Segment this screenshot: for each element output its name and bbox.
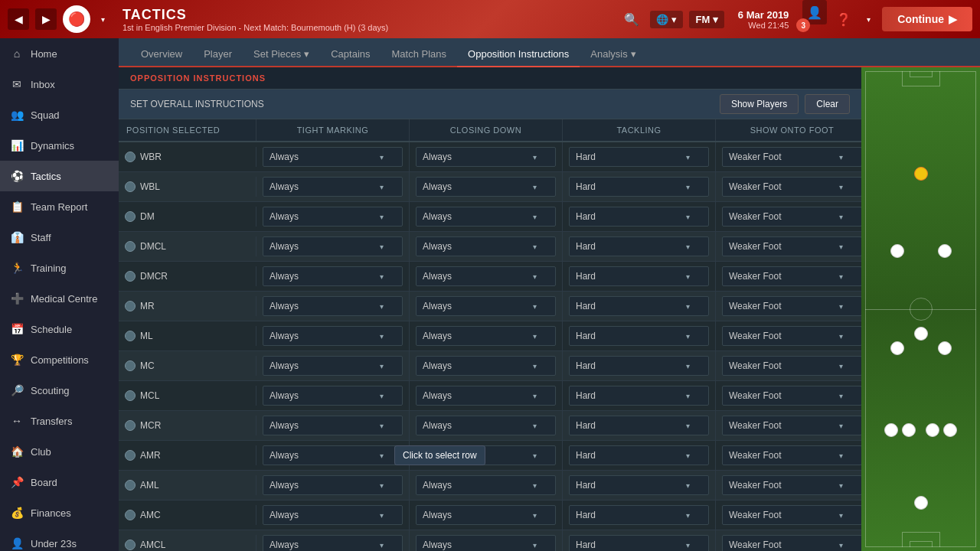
tackling-cell[interactable]: Hard ▾	[563, 381, 716, 410]
player-token[interactable]	[914, 327, 928, 341]
sidebar-item-schedule[interactable]: 📅 Schedule	[0, 314, 119, 344]
table-row[interactable]: DMCL Always ▾ Always ▾ Hard ▾	[119, 232, 861, 262]
foot-select[interactable]: Weaker Foot ▾	[722, 505, 861, 525]
tight-marking-cell[interactable]: Always ▾	[256, 441, 410, 470]
tight-marking-select[interactable]: Always ▾	[263, 356, 403, 376]
closing-down-cell[interactable]: Always ▾	[410, 292, 563, 321]
nav-forward-button[interactable]: ▶	[35, 8, 57, 30]
tight-marking-cell[interactable]: Always ▾	[256, 202, 410, 231]
player-token[interactable]	[914, 496, 928, 510]
player-token[interactable]	[884, 423, 898, 437]
tight-marking-cell[interactable]: Always ▾	[256, 292, 410, 321]
foot-cell[interactable]: Weaker Foot ▾	[716, 232, 861, 261]
sidebar-item-club[interactable]: 🏠 Club	[0, 436, 119, 467]
player-token[interactable]	[914, 167, 928, 181]
tackling-select[interactable]: Hard ▾	[569, 147, 709, 167]
foot-select[interactable]: Weaker Foot ▾	[722, 207, 861, 227]
position-checkbox[interactable]	[125, 480, 136, 491]
position-checkbox[interactable]	[125, 241, 136, 252]
tab-player[interactable]: Player	[193, 42, 243, 67]
tackling-cell[interactable]: Hard ▾	[563, 411, 716, 440]
fm-menu-button[interactable]: FM ▾	[689, 11, 724, 28]
player-token[interactable]	[938, 341, 952, 355]
continue-button[interactable]: Continue ▶	[882, 7, 972, 31]
closing-down-cell[interactable]: Always ▾	[410, 381, 563, 410]
closing-down-select[interactable]: Always ▾	[416, 445, 556, 465]
closing-down-select[interactable]: Always ▾	[416, 416, 556, 435]
tackling-select[interactable]: Hard ▾	[569, 356, 709, 376]
table-row[interactable]: ML Always ▾ Always ▾ Hard ▾	[119, 321, 861, 351]
tight-marking-select[interactable]: Always ▾	[263, 147, 403, 167]
table-row[interactable]: AMCL Always ▾ Always ▾ Hard ▾	[119, 530, 861, 551]
foot-cell[interactable]: Weaker Foot ▾	[716, 321, 861, 350]
position-checkbox[interactable]	[125, 420, 136, 431]
tight-marking-cell[interactable]: Always ▾	[256, 232, 410, 261]
closing-down-cell[interactable]: Always ▾	[410, 441, 563, 470]
closing-down-cell[interactable]: Always ▾	[410, 262, 563, 291]
foot-select[interactable]: Weaker Foot ▾	[722, 445, 861, 465]
foot-select[interactable]: Weaker Foot ▾	[722, 386, 861, 406]
closing-down-cell[interactable]: Always ▾	[410, 321, 563, 350]
foot-cell[interactable]: Weaker Foot ▾	[716, 292, 861, 321]
tight-marking-cell[interactable]: Always ▾	[256, 351, 410, 380]
tackling-cell[interactable]: Hard ▾	[563, 232, 716, 261]
closing-down-select[interactable]: Always ▾	[416, 296, 556, 316]
tackling-select[interactable]: Hard ▾	[569, 445, 709, 465]
position-checkbox[interactable]	[125, 331, 136, 341]
closing-down-cell[interactable]: Always ▾	[410, 530, 563, 551]
tight-marking-select[interactable]: Always ▾	[263, 505, 403, 525]
show-players-button[interactable]: Show Players	[720, 94, 799, 114]
sidebar-item-staff[interactable]: 👔 Staff	[0, 222, 119, 253]
closing-down-select[interactable]: Always ▾	[416, 266, 556, 286]
team-dropdown-button[interactable]: ▾	[96, 13, 109, 25]
tight-marking-cell[interactable]: Always ▾	[256, 530, 410, 551]
sidebar-item-under23s[interactable]: 👤 Under 23s	[0, 528, 119, 551]
foot-select[interactable]: Weaker Foot ▾	[722, 475, 861, 495]
tab-overview[interactable]: Overview	[130, 42, 193, 67]
sidebar-item-training[interactable]: 🏃 Training	[0, 253, 119, 283]
closing-down-select[interactable]: Always ▾	[416, 505, 556, 525]
tackling-select[interactable]: Hard ▾	[569, 266, 709, 286]
tight-marking-select[interactable]: Always ▾	[263, 475, 403, 495]
tackling-cell[interactable]: Hard ▾	[563, 142, 716, 171]
foot-cell[interactable]: Weaker Foot ▾	[716, 530, 861, 551]
closing-down-select[interactable]: Always ▾	[416, 147, 556, 167]
tackling-cell[interactable]: Hard ▾	[563, 262, 716, 291]
tight-marking-select[interactable]: Always ▾	[263, 386, 403, 406]
clear-button[interactable]: Clear	[805, 94, 850, 114]
tackling-cell[interactable]: Hard ▾	[563, 202, 716, 231]
sidebar-item-tactics[interactable]: ⚽ Tactics	[0, 161, 119, 191]
tab-opposition-instructions[interactable]: Opposition Instructions	[457, 42, 580, 67]
position-checkbox[interactable]	[125, 301, 136, 311]
expand-button[interactable]: ▾	[861, 7, 876, 31]
tight-marking-select[interactable]: Always ▾	[263, 445, 403, 465]
closing-down-select[interactable]: Always ▾	[416, 177, 556, 197]
player-token[interactable]	[943, 423, 957, 437]
tight-marking-cell[interactable]: Always ▾	[256, 262, 410, 291]
player-token[interactable]	[938, 244, 952, 258]
tight-marking-cell[interactable]: Always ▾	[256, 500, 410, 530]
closing-down-select[interactable]: Always ▾	[416, 207, 556, 227]
tab-captains[interactable]: Captains	[320, 42, 381, 67]
tackling-cell[interactable]: Hard ▾	[563, 530, 716, 551]
foot-select[interactable]: Weaker Foot ▾	[722, 236, 861, 256]
language-button[interactable]: 🌐 ▾	[650, 11, 683, 28]
closing-down-select[interactable]: Always ▾	[416, 475, 556, 495]
position-checkbox[interactable]	[125, 390, 136, 401]
foot-select[interactable]: Weaker Foot ▾	[722, 356, 861, 376]
tight-marking-cell[interactable]: Always ▾	[256, 142, 410, 171]
table-row[interactable]: MCR Always ▾ Always ▾ Hard ▾	[119, 411, 861, 441]
tackling-select[interactable]: Hard ▾	[569, 386, 709, 406]
closing-down-cell[interactable]: Always ▾	[410, 232, 563, 261]
sidebar-item-team-report[interactable]: 📋 Team Report	[0, 191, 119, 222]
closing-down-select[interactable]: Always ▾	[416, 386, 556, 406]
help-button[interactable]: ❓	[831, 7, 856, 31]
foot-select[interactable]: Weaker Foot ▾	[722, 266, 861, 286]
sidebar-item-medical[interactable]: ➕ Medical Centre	[0, 283, 119, 314]
table-row[interactable]: DM Always ▾ Always ▾ Hard ▾	[119, 202, 861, 232]
foot-select[interactable]: Weaker Foot ▾	[722, 147, 861, 167]
tight-marking-select[interactable]: Always ▾	[263, 236, 403, 256]
closing-down-cell[interactable]: Always ▾	[410, 411, 563, 440]
tab-analysis[interactable]: Analysis ▾	[580, 42, 646, 67]
tight-marking-cell[interactable]: Always ▾	[256, 381, 410, 410]
